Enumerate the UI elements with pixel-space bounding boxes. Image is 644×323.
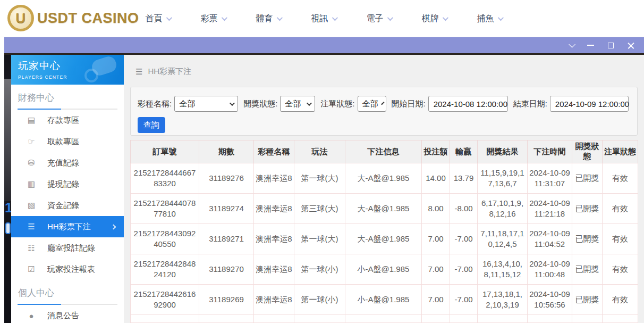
cell-bet-info: 大-A盤@1.985	[345, 163, 422, 194]
nav-item-label: 捕魚	[477, 13, 494, 24]
cell-play-type: 第一球(大)	[294, 163, 345, 194]
cell-lottery-name: 澳洲幸运8	[254, 224, 294, 254]
funds-icon: ▧	[26, 201, 37, 210]
sidebar-item-announcements[interactable]: ● 消息公告	[11, 305, 124, 323]
cell-draw-result: 7,11,18,17,10,12,4,5	[478, 224, 528, 254]
sidebar-item-hall-bet-records[interactable]: ☷ 廳室投註記錄	[11, 237, 124, 259]
window-chevron-down-icon[interactable]	[569, 41, 575, 48]
col-order-status: 注單狀態	[603, 140, 638, 163]
cell-play-type: 第一球(大)	[294, 224, 345, 254]
sidebar-item-withdrawal-records[interactable]: ▥ 提現記錄	[11, 173, 124, 195]
order-status-value: 全部	[362, 99, 378, 109]
end-date-input[interactable]: 2024-10-09 12:00:00	[550, 96, 629, 112]
nav-item[interactable]: 首頁	[130, 0, 185, 37]
chevron-down-icon	[307, 101, 312, 106]
section-underline	[18, 304, 117, 305]
cell-win-loss: 13.79	[450, 163, 478, 194]
cell-draw-result: 16,13,4,10,8,11,15,12	[478, 254, 528, 285]
section-title-personal: 個人中心	[11, 280, 124, 304]
background-badge	[5, 222, 11, 234]
start-date-label: 開始日期:	[392, 99, 426, 109]
cell-play-type: 第三球(大)	[294, 194, 345, 224]
nav-item[interactable]: 電子	[351, 0, 406, 37]
window-minimize-icon[interactable]	[587, 45, 594, 46]
nav-item[interactable]: 體育	[241, 0, 296, 37]
top-navbar: U USDT CASINO 首頁 彩票 體育	[0, 0, 644, 37]
cell-lottery-name: 澳洲幸运8	[254, 285, 294, 315]
lottery-name-label: 彩種名稱:	[138, 99, 172, 109]
hamburger-icon[interactable]: ☰	[135, 67, 142, 77]
nav-item[interactable]: 捕魚	[462, 0, 517, 37]
logo-coin-icon: U	[7, 5, 34, 31]
section-underline	[18, 109, 117, 110]
sidebar-item-recharge-records[interactable]: ⛁ 充值記錄	[11, 152, 124, 173]
window-maximize-icon[interactable]	[608, 43, 614, 48]
cell-draw-status: 已開獎	[572, 254, 603, 285]
cell-bet-amount: 7.00	[422, 254, 450, 285]
sidebar-item-label: 取款專區	[47, 137, 79, 147]
table-row-partial	[131, 315, 638, 323]
filter-panel: 彩種名稱: 全部 開獎狀態: 全部 注單狀態: 全部 開始日期: 2024-10…	[130, 87, 638, 136]
table-header: 訂單號 期數 彩種名稱 玩法 下注信息 投注額 輸贏 開獎結果 下注時間 開獎狀…	[131, 140, 638, 163]
sidebar-item-hh-lottery-bets[interactable]: ☰ HH彩票下注	[11, 216, 124, 237]
cell-draw-status: 已開獎	[572, 224, 603, 254]
cell-lottery-name: 澳洲幸运8	[254, 163, 294, 194]
sidebar-item-player-bet-report[interactable]: ☑ 玩家投注報表	[11, 259, 124, 280]
cell-order-status: 有效	[603, 224, 638, 254]
sidebar-item-fund-records[interactable]: ▧ 資金記錄	[11, 195, 124, 216]
nav-item[interactable]: 視訊	[296, 0, 351, 37]
cell-win-loss: -7.00	[450, 254, 478, 285]
col-lottery-name: 彩種名稱	[254, 140, 294, 163]
background-art	[4, 79, 11, 201]
window-close-icon[interactable]	[628, 42, 634, 49]
table-row: 2152172844466783320 31189276 澳洲幸运8 第一球(大…	[131, 163, 638, 194]
sidebar-item-deposit-zone[interactable]: ▤ 存款專區	[11, 110, 124, 131]
breadcrumb: ☰ HH彩票下注	[135, 67, 191, 77]
chevron-down-icon	[442, 15, 448, 21]
cell-bet-amount: 8.00	[422, 194, 450, 224]
wallet-icon: ▥	[26, 179, 37, 189]
chevron-down-icon	[276, 15, 282, 21]
bets-table: 訂單號 期數 彩種名稱 玩法 下注信息 投注額 輸贏 開獎結果 下注時間 開獎狀…	[130, 140, 638, 323]
section-title-finance: 財務中心	[11, 85, 124, 109]
order-status-select[interactable]: 全部	[358, 96, 386, 112]
logo[interactable]: U USDT CASINO	[7, 5, 139, 31]
cell-bet-info: 大-A盤@1.985	[345, 194, 422, 224]
col-draw-status: 開獎狀態	[572, 140, 603, 163]
col-draw-result: 開獎結果	[478, 140, 528, 163]
cell-draw-result: 17,13,18,1,2,10,3,19	[478, 285, 528, 315]
cell-win-loss: -7.00	[450, 285, 478, 315]
nav-item-label: 體育	[256, 13, 273, 24]
sidebar: 玩家中心 PLAYERS CENTER 財務中心 ▤ 存款專區 ☞ 取款專區 ⛁…	[11, 55, 124, 323]
background-number: 1	[5, 200, 11, 216]
start-date-input[interactable]: 2024-10-08 12:00:00	[428, 96, 508, 112]
chevron-down-icon	[497, 15, 503, 21]
cell-period: 31189276	[199, 163, 254, 194]
cell-bet-amount: 14.00	[422, 163, 450, 194]
draw-status-select[interactable]: 全部	[280, 96, 315, 112]
report-icon: ☑	[26, 264, 37, 274]
cell-bet-info: 小-A盤@1.985	[345, 254, 422, 285]
window-titlebar	[4, 37, 644, 53]
nav-item[interactable]: 彩票	[185, 0, 241, 37]
chevron-down-icon	[381, 101, 384, 104]
cell-draw-status: 已開獎	[572, 285, 603, 315]
chevron-down-icon	[332, 15, 337, 21]
cell-order-status: 有效	[603, 285, 638, 315]
nav-item[interactable]: 棋牌	[406, 0, 462, 37]
logo-text: USDT CASINO	[37, 10, 139, 27]
cell-lottery-name: 澳洲幸运8	[254, 194, 294, 224]
search-button[interactable]: 查詢	[138, 117, 165, 133]
cell-period: 31189271	[199, 224, 254, 254]
col-win-loss: 輸贏	[450, 140, 478, 163]
cell-order-status: 有效	[603, 194, 638, 224]
col-bet-time: 下注時間	[528, 140, 572, 163]
lottery-name-select[interactable]: 全部	[174, 96, 238, 112]
sidebar-item-withdraw-zone[interactable]: ☞ 取款專區	[11, 131, 124, 152]
cell-play-type: 第一球(小)	[294, 254, 345, 285]
cell-order-status: 有效	[603, 254, 638, 285]
col-bet-info: 下注信息	[345, 140, 422, 163]
sidebar-item-label: 存款專區	[47, 115, 79, 126]
draw-status-label: 開獎狀態:	[243, 99, 277, 109]
announcement-icon: ●	[26, 311, 37, 320]
